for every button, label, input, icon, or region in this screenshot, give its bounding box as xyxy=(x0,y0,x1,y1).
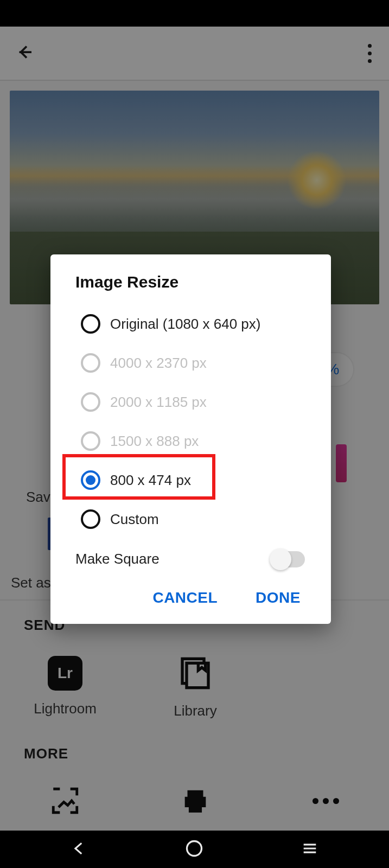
nav-home-icon[interactable] xyxy=(184,839,204,860)
nav-recents-icon[interactable] xyxy=(301,839,319,860)
nav-back-icon[interactable] xyxy=(70,839,88,860)
resize-option-4000: 4000 x 2370 px xyxy=(50,343,331,382)
dialog-actions: CANCEL DONE xyxy=(50,573,331,614)
option-label: 1500 x 888 px xyxy=(110,433,199,450)
option-label: 4000 x 2370 px xyxy=(110,355,207,372)
make-square-label: Make Square xyxy=(75,551,160,567)
cancel-button[interactable]: CANCEL xyxy=(152,589,218,607)
radio-unchecked-icon xyxy=(81,314,100,334)
status-bar xyxy=(0,0,389,27)
radio-checked-icon xyxy=(81,470,100,490)
image-resize-dialog: Image Resize Original (1080 x 640 px) 40… xyxy=(50,254,331,624)
radio-disabled-icon xyxy=(81,353,100,373)
radio-disabled-icon xyxy=(81,431,100,451)
system-nav-bar xyxy=(0,831,389,868)
radio-disabled-icon xyxy=(81,392,100,412)
option-label: Original (1080 x 640 px) xyxy=(110,316,260,333)
radio-unchecked-icon xyxy=(81,509,100,529)
option-label: 2000 x 1185 px xyxy=(110,394,207,411)
resize-option-custom[interactable]: Custom xyxy=(50,500,331,539)
svg-point-2 xyxy=(187,841,202,856)
done-button[interactable]: DONE xyxy=(256,589,301,607)
app-surface: % Save Set as p SEND Lr Lightroom Librar… xyxy=(0,27,389,831)
make-square-row: Make Square xyxy=(50,539,331,573)
option-label: Custom xyxy=(110,511,159,528)
option-label: 800 x 474 px xyxy=(110,472,191,489)
resize-option-2000: 2000 x 1185 px xyxy=(50,382,331,422)
make-square-toggle[interactable] xyxy=(271,551,305,567)
resize-option-1500: 1500 x 888 px xyxy=(50,422,331,461)
dialog-title: Image Resize xyxy=(50,273,331,304)
resize-option-original[interactable]: Original (1080 x 640 px) xyxy=(50,304,331,343)
resize-option-800[interactable]: 800 x 474 px xyxy=(50,461,331,500)
